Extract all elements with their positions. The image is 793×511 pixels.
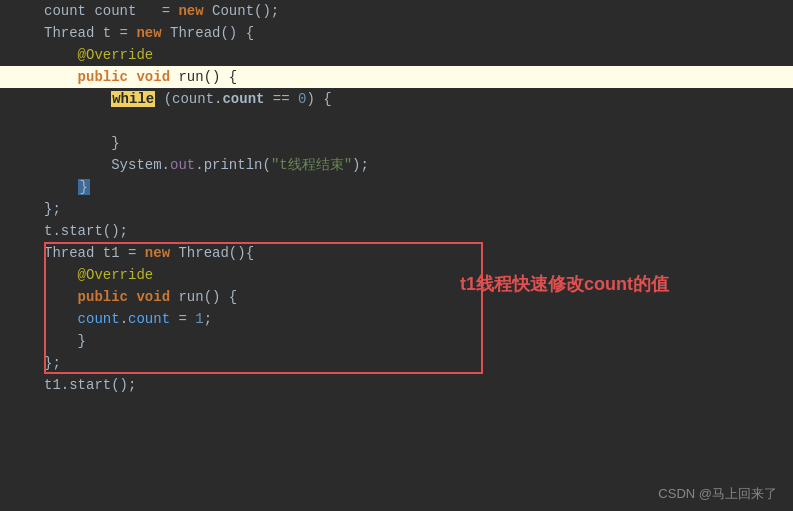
code-line-16: } (0, 330, 793, 352)
line-number (0, 330, 40, 352)
line-content (40, 110, 793, 132)
code-line-3: @Override (0, 44, 793, 66)
line-number (0, 110, 40, 132)
line-number (0, 198, 40, 220)
line-content: t.start(); (40, 220, 793, 242)
code-line-17: }; (0, 352, 793, 374)
code-line-2: Thread t = new Thread() { (0, 22, 793, 44)
red-box-section: Thread t1 = new Thread(){ @Override publ… (0, 242, 793, 374)
line-content: System.out.println("t线程结束"); (40, 154, 793, 176)
line-content: }; (40, 198, 793, 220)
line-content: public void run() { (40, 66, 793, 88)
line-content: while (count.count == 0) { (40, 88, 793, 110)
line-number (0, 88, 40, 110)
line-number (0, 286, 40, 308)
code-line-4: public void run() { (0, 66, 793, 88)
code-line-13: @Override (0, 264, 793, 286)
code-line-1: count count = new Count(); (0, 0, 793, 22)
line-number (0, 220, 40, 242)
line-content: @Override (40, 44, 793, 66)
code-line-9: } (0, 176, 793, 198)
line-content: count count = new Count(); (40, 0, 793, 22)
line-number (0, 22, 40, 44)
line-number (0, 264, 40, 286)
code-line-5: while (count.count == 0) { (0, 88, 793, 110)
line-number (0, 242, 40, 264)
line-number (0, 176, 40, 198)
code-line-7: } (0, 132, 793, 154)
line-number (0, 374, 40, 396)
code-line-12: Thread t1 = new Thread(){ (0, 242, 793, 264)
line-number (0, 154, 40, 176)
line-number (0, 44, 40, 66)
code-line-15: count.count = 1; (0, 308, 793, 330)
line-content: } (40, 132, 793, 154)
while-keyword: while (111, 91, 155, 107)
line-content: t1.start(); (40, 374, 793, 396)
line-content: } (40, 330, 793, 352)
line-content: }; (40, 352, 793, 374)
code-line-11: t.start(); (0, 220, 793, 242)
code-editor: count count = new Count(); Thread t = ne… (0, 0, 793, 511)
line-number (0, 132, 40, 154)
line-content: } (40, 176, 793, 198)
watermark: CSDN @马上回来了 (658, 485, 777, 503)
code-line-6 (0, 110, 793, 132)
line-number (0, 308, 40, 330)
line-number (0, 0, 40, 22)
line-content: count.count = 1; (40, 308, 793, 330)
code-line-14: public void run() { (0, 286, 793, 308)
line-content: Thread t1 = new Thread(){ (40, 242, 793, 264)
code-line-18: t1.start(); (0, 374, 793, 396)
line-content: Thread t = new Thread() { (40, 22, 793, 44)
line-number (0, 352, 40, 374)
line-number (0, 66, 40, 88)
line-content: @Override (40, 264, 793, 286)
code-line-10: }; (0, 198, 793, 220)
annotation-label: t1线程快速修改count的值 (460, 272, 669, 296)
code-line-8: System.out.println("t线程结束"); (0, 154, 793, 176)
line-content: public void run() { (40, 286, 793, 308)
